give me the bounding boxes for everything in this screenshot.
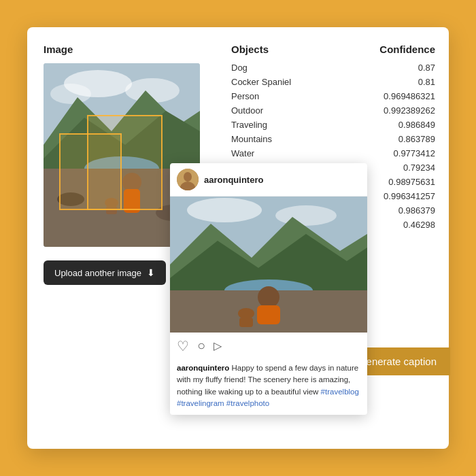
object-confidence: 0.46298	[403, 220, 435, 230]
upload-button-label: Upload another image	[54, 268, 141, 278]
object-name: Traveling	[231, 120, 267, 130]
upload-icon: ⬇	[147, 267, 155, 278]
table-header: Objects Confidence	[231, 44, 435, 55]
image-section-title: Image	[44, 44, 204, 55]
object-confidence: 0.992389262	[384, 105, 435, 116]
object-name: Outdoor	[231, 105, 263, 116]
instagram-username: aaronquintero	[204, 175, 263, 185]
comment-icon[interactable]: ○	[197, 338, 205, 354]
svg-rect-25	[257, 305, 280, 324]
object-confidence: 0.87	[418, 63, 435, 73]
object-confidence: 0.81	[418, 77, 435, 87]
avatar	[177, 169, 199, 190]
instagram-photo-svg	[170, 197, 367, 333]
svg-point-26	[238, 308, 254, 319]
heart-icon[interactable]: ♡	[177, 338, 189, 354]
object-confidence: 0.986849	[398, 120, 435, 130]
caption-username: aaronquintero	[177, 364, 229, 372]
object-confidence: 0.863789	[398, 134, 435, 144]
generate-caption-label: enerate caption	[367, 356, 437, 367]
object-confidence: 0.9773412	[394, 148, 435, 158]
instagram-caption: aaronquintero Happy to spend a few days …	[170, 360, 367, 415]
object-confidence: 0.969486321	[384, 91, 435, 101]
svg-point-24	[258, 286, 279, 308]
object-confidence: 0.79234	[403, 163, 435, 173]
table-row: Water 0.9773412	[231, 146, 435, 160]
object-confidence: 0.98975631	[388, 177, 435, 187]
confidence-column-header: Confidence	[379, 44, 435, 55]
upload-another-button[interactable]: Upload another image ⬇	[44, 260, 166, 285]
table-row: Cocker Spaniel 0.81	[231, 75, 435, 89]
object-confidence: 0.986379	[398, 205, 435, 216]
svg-point-18	[187, 198, 262, 222]
detection-box-dog	[59, 133, 122, 210]
svg-point-3	[50, 84, 91, 104]
svg-rect-27	[239, 318, 253, 327]
object-name: Cocker Spaniel	[231, 77, 291, 87]
object-name: Dog	[231, 63, 248, 73]
avatar-image	[177, 169, 199, 190]
table-row: Outdoor 0.992389262	[231, 103, 435, 118]
svg-point-15	[184, 172, 192, 182]
object-name: Water	[231, 148, 254, 158]
svg-point-19	[275, 205, 337, 226]
object-confidence: 0.996341257	[384, 191, 435, 201]
table-row: Person 0.969486321	[231, 89, 435, 103]
objects-column-header: Objects	[231, 44, 269, 55]
table-row: Traveling 0.986849	[231, 118, 435, 132]
instagram-actions: ♡ ○ ▷	[170, 333, 367, 360]
instagram-card: aaronquintero	[170, 163, 367, 415]
instagram-header: aaronquintero	[170, 163, 367, 197]
object-name: Person	[231, 91, 259, 101]
main-card: Image	[27, 27, 449, 449]
instagram-photo	[170, 197, 367, 333]
share-icon[interactable]: ▷	[214, 339, 222, 354]
table-row: Mountains 0.863789	[231, 132, 435, 146]
object-name: Mountains	[231, 134, 272, 144]
generate-caption-button[interactable]: enerate caption	[353, 347, 450, 375]
table-row: Dog 0.87	[231, 61, 435, 75]
